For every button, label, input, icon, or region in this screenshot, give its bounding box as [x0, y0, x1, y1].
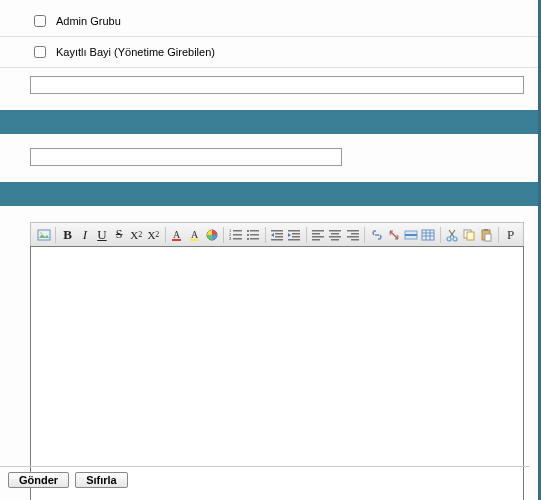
- svg-rect-27: [312, 230, 324, 232]
- svg-point-50: [453, 237, 457, 241]
- svg-line-48: [450, 230, 455, 237]
- field-row-1: [0, 68, 538, 104]
- table-icon[interactable]: [420, 226, 437, 244]
- svg-rect-33: [329, 236, 341, 238]
- toolbar-separator: [55, 227, 56, 243]
- submit-button[interactable]: Gönder: [8, 472, 69, 488]
- svg-rect-24: [292, 233, 300, 235]
- svg-rect-36: [351, 233, 359, 235]
- editor-panel: B I U S X2 X2 A A 123: [0, 206, 538, 500]
- toolbar-separator: [265, 227, 266, 243]
- field-panel-2: [0, 134, 538, 182]
- link-icon[interactable]: [368, 226, 385, 244]
- font-color-icon[interactable]: A: [169, 226, 186, 244]
- svg-rect-3: [172, 239, 181, 241]
- text-input-1[interactable]: [30, 76, 524, 94]
- svg-rect-26: [288, 239, 300, 241]
- toolbar-separator: [440, 227, 441, 243]
- unordered-list-icon[interactable]: [244, 226, 261, 244]
- ordered-list-icon[interactable]: 123: [227, 226, 244, 244]
- plain-text-icon[interactable]: P: [502, 226, 519, 244]
- align-left-icon[interactable]: [310, 226, 327, 244]
- highlight-icon[interactable]: A: [186, 226, 203, 244]
- italic-icon[interactable]: I: [76, 226, 93, 244]
- svg-point-15: [247, 238, 249, 240]
- svg-rect-54: [484, 229, 488, 231]
- svg-point-14: [247, 234, 249, 236]
- bg-color-icon[interactable]: [203, 226, 220, 244]
- toolbar-separator: [498, 227, 499, 243]
- svg-point-1: [40, 232, 42, 234]
- svg-rect-20: [275, 233, 283, 235]
- svg-rect-32: [331, 233, 339, 235]
- svg-rect-41: [405, 234, 417, 236]
- superscript-icon[interactable]: X2: [145, 226, 162, 244]
- toolbar-separator: [165, 227, 166, 243]
- svg-rect-55: [485, 234, 491, 241]
- svg-rect-37: [347, 236, 359, 238]
- svg-rect-10: [233, 230, 242, 232]
- section-divider-1: [0, 110, 538, 134]
- svg-rect-23: [288, 230, 300, 232]
- svg-rect-12: [233, 238, 242, 240]
- editor-textarea[interactable]: [30, 246, 524, 500]
- section-divider-2: [0, 182, 538, 206]
- underline-icon[interactable]: U: [93, 226, 110, 244]
- svg-rect-18: [250, 238, 259, 240]
- editor-toolbar: B I U S X2 X2 A A 123: [30, 222, 524, 246]
- field-row-2: [0, 140, 538, 176]
- align-center-icon[interactable]: [327, 226, 344, 244]
- indent-icon[interactable]: [286, 226, 303, 244]
- group-selection-panel: Admin Grubu Kayıtlı Bayi (Yönetime Gireb…: [0, 0, 538, 110]
- paste-icon[interactable]: [478, 226, 495, 244]
- svg-rect-19: [271, 230, 283, 232]
- checkbox-row-dealer: Kayıtlı Bayi (Yönetime Girebilen): [0, 37, 538, 68]
- checkbox-admin-group[interactable]: [34, 15, 46, 27]
- unlink-icon[interactable]: [385, 226, 402, 244]
- svg-rect-29: [312, 236, 324, 238]
- svg-rect-42: [422, 230, 434, 240]
- outdent-icon[interactable]: [269, 226, 286, 244]
- text-input-2[interactable]: [30, 148, 342, 166]
- svg-text:A: A: [173, 229, 181, 240]
- svg-rect-28: [312, 233, 320, 235]
- cut-icon[interactable]: [444, 226, 461, 244]
- checkbox-registered-dealer[interactable]: [34, 46, 46, 58]
- svg-rect-11: [233, 234, 242, 236]
- form-footer: Gönder Sıfırla: [0, 468, 530, 492]
- strikethrough-icon[interactable]: S: [111, 226, 128, 244]
- copy-icon[interactable]: [461, 226, 478, 244]
- toolbar-separator: [364, 227, 365, 243]
- svg-rect-16: [250, 230, 259, 232]
- svg-line-39: [390, 231, 398, 239]
- toolbar-separator: [223, 227, 224, 243]
- svg-rect-21: [275, 236, 283, 238]
- svg-rect-52: [467, 232, 474, 240]
- svg-text:3: 3: [229, 236, 232, 241]
- svg-point-49: [447, 237, 451, 241]
- svg-line-47: [449, 230, 454, 237]
- svg-rect-5: [190, 239, 199, 241]
- svg-rect-35: [347, 230, 359, 232]
- subscript-icon[interactable]: X2: [128, 226, 145, 244]
- align-right-icon[interactable]: [344, 226, 361, 244]
- checkbox-label-dealer: Kayıtlı Bayi (Yönetime Girebilen): [56, 46, 215, 58]
- svg-text:A: A: [191, 229, 199, 240]
- svg-rect-17: [250, 234, 259, 236]
- svg-rect-30: [312, 239, 320, 241]
- horizontal-rule-icon[interactable]: [402, 226, 419, 244]
- checkbox-label-admin: Admin Grubu: [56, 15, 121, 27]
- svg-rect-38: [351, 239, 359, 241]
- toolbar-separator: [306, 227, 307, 243]
- svg-rect-0: [38, 230, 50, 240]
- checkbox-row-admin: Admin Grubu: [0, 6, 538, 37]
- image-icon[interactable]: [35, 226, 52, 244]
- svg-rect-25: [292, 236, 300, 238]
- bold-icon[interactable]: B: [59, 226, 76, 244]
- svg-rect-34: [331, 239, 339, 241]
- svg-rect-31: [329, 230, 341, 232]
- svg-rect-22: [271, 239, 283, 241]
- reset-button[interactable]: Sıfırla: [75, 472, 128, 488]
- svg-point-13: [247, 230, 249, 232]
